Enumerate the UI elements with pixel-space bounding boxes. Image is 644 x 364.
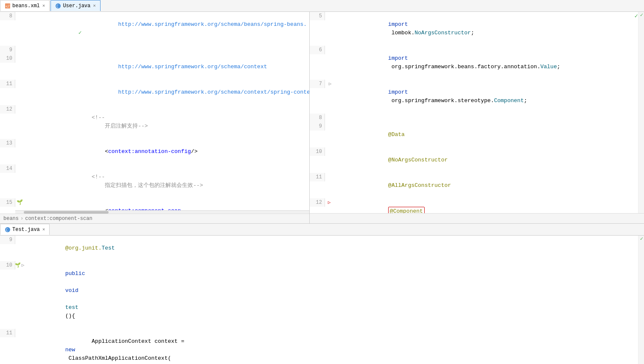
uj-line-10: 10 @NoArgsConstructor: [310, 147, 644, 173]
user-java-tab-label: User.java: [63, 3, 90, 9]
xml-icon: </>: [5, 3, 11, 9]
test-java-code: 9 @org.junit.Test 10 🌱 ▷ public: [0, 236, 644, 364]
bottom-section: C Test.java × 9 @org.junit.Test 10: [0, 224, 644, 364]
test-java-editor[interactable]: 9 @org.junit.Test 10 🌱 ▷ public: [0, 236, 644, 364]
check-icon-5: ✓: [635, 12, 638, 20]
tab-test-java[interactable]: C Test.java ×: [0, 224, 50, 235]
uj-line-9: 9 @Data: [310, 122, 644, 147]
svg-text:</>: </>: [6, 5, 11, 8]
tj-line-9: 9 @org.junit.Test: [0, 236, 644, 261]
tj-line-11: 11 ApplicationContext context = new Clas…: [0, 329, 644, 364]
user-java-close[interactable]: ×: [93, 3, 96, 8]
bottom-tab-bar: C Test.java ×: [0, 224, 644, 236]
uj-line-6: 6 import org.springframework.beans.facto…: [310, 46, 644, 80]
uj-line-5: 5 import lombok.NoArgsConstructor; ✓: [310, 12, 644, 46]
code-line-11: 11 http://www.springframework.org/schema…: [0, 80, 309, 105]
top-tab-bar: </> beans.xml × C User.java ×: [0, 0, 644, 12]
test-check-icon: ✓: [640, 236, 643, 242]
breadcrumb-component-scan: context:component-scan: [25, 216, 92, 222]
top-editors: 8 http://www.springframework.org/schema/…: [0, 12, 644, 223]
tab-user-java[interactable]: C User.java ×: [50, 0, 100, 11]
tab-beans-xml[interactable]: </> beans.xml ×: [0, 0, 50, 11]
code-line-12: 12 <!-- 开启注解支持-->: [0, 105, 309, 139]
test-right-gutter: ✓: [638, 236, 644, 364]
tj-line-10: 10 🌱 ▷ public void test (){: [0, 261, 644, 329]
uj-line-8: 8: [310, 114, 644, 122]
user-java-pane: 5 import lombok.NoArgsConstructor; ✓ 6: [310, 12, 644, 223]
code-line-8: 8 http://www.springframework.org/schema/…: [0, 12, 309, 46]
code-line-13: 13 <context:annotation-config/>: [0, 139, 309, 164]
left-status-bar: beans › context:component-scan: [0, 214, 309, 223]
right-gutter-bar: ✓: [638, 12, 644, 213]
horiz-scrollbar-left[interactable]: [15, 210, 309, 214]
svg-text:C: C: [56, 5, 59, 8]
right-check-icon: ✓: [640, 12, 643, 18]
beans-xml-pane: 8 http://www.springframework.org/schema/…: [0, 12, 310, 223]
top-section: </> beans.xml × C User.java ×: [0, 0, 644, 224]
user-java-icon: C: [55, 3, 61, 9]
test-java-tab-label: Test.java: [12, 227, 40, 233]
code-line-9: 9: [0, 46, 309, 54]
uj-line-7: 7 ▷ import org.springframework.stereotyp…: [310, 80, 644, 114]
test-java-close[interactable]: ×: [42, 227, 45, 232]
beans-xml-close[interactable]: ×: [42, 3, 45, 8]
beans-xml-code: 8 http://www.springframework.org/schema/…: [0, 12, 309, 214]
code-line-14: 14 <!-- 指定扫描包，这个包的注解就会生效-->: [0, 164, 309, 198]
main-layout: </> beans.xml × C User.java ×: [0, 0, 644, 364]
svg-text:C: C: [6, 228, 8, 232]
beans-xml-tab-label: beans.xml: [12, 3, 40, 9]
user-java-scroll[interactable]: 5 import lombok.NoArgsConstructor; ✓ 6: [310, 12, 644, 213]
test-java-icon: C: [5, 227, 11, 233]
breadcrumb-beans: beans: [3, 216, 19, 222]
beans-xml-scroll[interactable]: 8 http://www.springframework.org/schema/…: [0, 12, 309, 214]
right-status-bar: [310, 213, 644, 223]
code-line-10: 10 http://www.springframework.org/schema…: [0, 54, 309, 80]
uj-line-12: 12 ▷ @Component 注解: 注入到IOC容器中: [310, 198, 644, 213]
horiz-scroll-thumb-left[interactable]: [24, 211, 109, 214]
uj-line-11: 11 @AllArgsConstructor: [310, 173, 644, 198]
user-java-code: 5 import lombok.NoArgsConstructor; ✓ 6: [310, 12, 644, 213]
